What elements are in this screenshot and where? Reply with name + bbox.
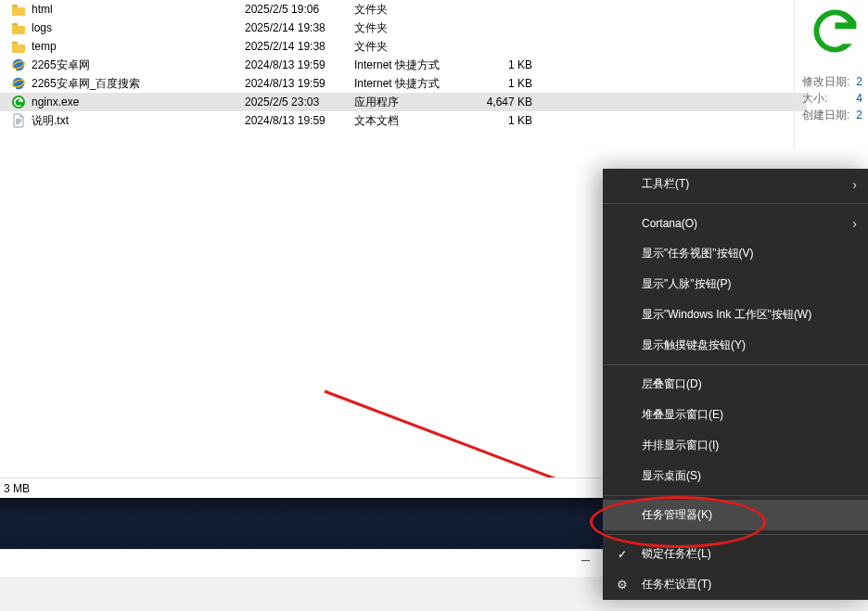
ie-icon [11,57,26,72]
status-text: 3 MB [4,482,30,495]
folder-icon [11,20,26,35]
context-menu-item[interactable]: 显示"Windows Ink 工作区"按钮(W) [603,299,868,330]
context-menu-separator [603,203,868,204]
detail-label: 修改日期: [802,73,849,90]
context-menu-item-label: 工具栏(T) [642,176,689,192]
context-menu-item[interactable]: 任务管理器(K) [603,500,868,530]
context-menu-separator [603,364,868,365]
context-menu-item[interactable]: 显示"人脉"按钮(P) [603,269,868,299]
file-size: 1 KB [466,114,532,127]
context-menu-item[interactable]: 显示桌面(S) [603,461,868,491]
context-menu-item[interactable]: 并排显示窗口(I) [603,430,868,461]
file-name: nginx.exe [32,95,245,108]
detail-value: 2 [856,73,862,90]
context-menu-separator [603,495,868,496]
context-menu-item-label: 锁定任务栏(L) [642,546,711,562]
file-row[interactable]: temp2025/2/14 19:38文件夹 [0,37,807,56]
file-type: 文本文档 [354,113,466,129]
file-date: 2025/2/14 19:38 [245,40,354,53]
detail-value: 4 [856,90,862,107]
context-menu-item[interactable]: 工具栏(T) [603,169,868,199]
context-menu-item-label: 显示"Windows Ink 工作区"按钮(W) [642,307,811,323]
context-menu-item-label: 显示桌面(S) [642,468,701,484]
folder-icon [11,39,26,54]
file-name: temp [32,40,245,53]
file-date: 2025/2/5 23:03 [245,95,354,108]
detail-label: 创建日期: [802,107,849,123]
svg-rect-5 [13,87,16,89]
context-menu-item[interactable]: 显示触摸键盘按钮(Y) [603,330,868,361]
file-name: 2265安卓网 [32,57,245,73]
file-type: 文件夹 [354,39,466,55]
file-size: 1 KB [466,58,532,71]
file-type: Internet 快捷方式 [354,57,466,73]
context-menu-item-label: 显示"人脉"按钮(P) [642,276,732,292]
context-menu-item[interactable]: 显示"任务视图"按钮(V) [603,238,868,269]
file-list: html2025/2/5 19:06文件夹logs2025/2/14 19:38… [0,0,807,148]
file-row[interactable]: nginx.exe2025/2/5 23:03应用程序4,647 KB [0,93,807,111]
context-menu-separator [603,534,868,535]
file-date: 2025/2/5 19:06 [245,3,354,16]
detail-row: 修改日期:2 [802,73,868,90]
ie-icon [11,76,26,91]
txt-icon [11,113,26,128]
folder-icon [11,2,26,17]
file-type: 应用程序 [354,95,466,110]
context-menu-item[interactable]: Cortana(O) [603,208,868,238]
details-pane: 修改日期:2大小:4创建日期:2 [794,0,868,148]
file-type: 文件夹 [354,20,466,36]
file-date: 2024/8/13 19:59 [245,114,354,127]
file-row[interactable]: logs2025/2/14 19:38文件夹 [0,19,807,37]
file-row[interactable]: 说明.txt2024/8/13 19:59文本文档1 KB [0,111,807,130]
context-menu-item-label: 并排显示窗口(I) [642,438,719,453]
file-name: html [32,3,245,16]
context-menu-item-label: 显示触摸键盘按钮(Y) [642,337,746,353]
context-menu-item[interactable]: 堆叠显示窗口(E) [603,400,868,430]
context-menu-item[interactable]: 层叠窗口(D) [603,369,868,400]
context-menu-item-label: 堆叠显示窗口(E) [642,407,723,423]
minimize-icon[interactable]: – [581,552,590,568]
context-menu-item-label: 显示"任务视图"按钮(V) [642,246,754,261]
file-size: 1 KB [466,77,532,90]
context-menu-item-label: Cortana(O) [642,217,697,230]
file-date: 2024/8/13 19:59 [245,77,354,90]
file-name: 2265安卓网_百度搜索 [32,76,245,92]
file-date: 2025/2/14 19:38 [245,21,354,34]
details-meta: 修改日期:2大小:4创建日期:2 [802,73,868,123]
file-name: logs [32,21,245,34]
file-row[interactable]: 2265安卓网_百度搜索2024/8/13 19:59Internet 快捷方式… [0,74,807,93]
detail-row: 创建日期:2 [802,107,868,123]
gear-icon: ⚙ [617,578,628,592]
file-row[interactable]: 2265安卓网2024/8/13 19:59Internet 快捷方式1 KB [0,56,807,74]
file-date: 2024/8/13 19:59 [245,58,354,71]
detail-value: 2 [856,107,862,123]
context-menu-item[interactable]: 锁定任务栏(L) [603,539,868,569]
app-logo-icon [810,6,861,57]
file-row[interactable]: html2025/2/5 19:06文件夹 [0,0,807,19]
context-menu-item-label: 层叠窗口(D) [642,376,702,392]
file-type: 文件夹 [354,2,466,18]
exe-icon [11,95,26,109]
detail-row: 大小:4 [802,90,868,107]
file-name: 说明.txt [32,113,245,129]
file-type: Internet 快捷方式 [354,76,466,92]
taskbar-context-menu: 工具栏(T)Cortana(O)显示"任务视图"按钮(V)显示"人脉"按钮(P)… [603,169,868,600]
detail-label: 大小: [802,90,827,107]
svg-rect-2 [13,69,16,70]
context-menu-item[interactable]: ⚙任务栏设置(T) [603,569,868,600]
context-menu-item-label: 任务栏设置(T) [642,577,711,592]
context-menu-item-label: 任务管理器(K) [642,507,712,523]
file-size: 4,647 KB [466,95,532,108]
